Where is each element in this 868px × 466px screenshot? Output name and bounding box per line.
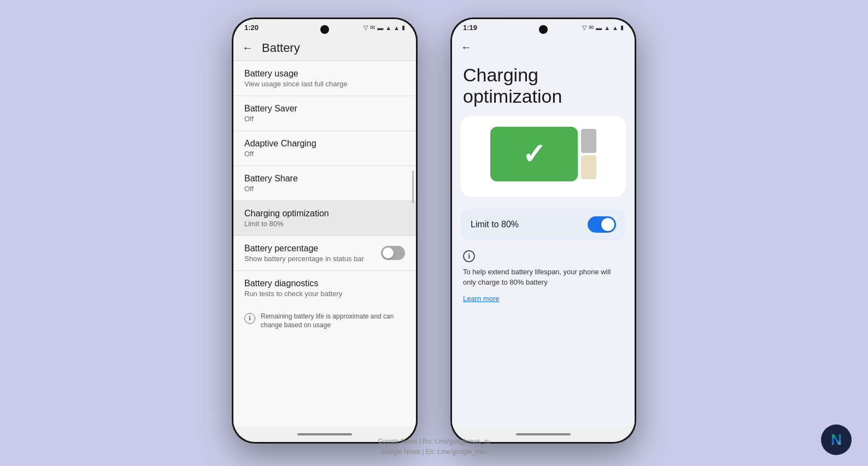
battery-checkmark-icon: ✓ (522, 138, 546, 170)
signal-bars-2: ▲ (612, 25, 618, 31)
battery-saver-subtitle: Off (244, 115, 297, 123)
battery-diag-text: Battery diagnostics Run tests to check y… (244, 279, 342, 298)
signal-icon: ▽ (363, 24, 368, 31)
status-icons-1: ▽ ✉ ▬ ▲ ▲ ▮ (363, 24, 405, 31)
phone1-info-section: ℹ Remaining battery life is approximate … (233, 305, 416, 337)
status-time-2: 1:19 (463, 23, 477, 32)
home-indicator-2 (516, 433, 571, 435)
phone-2: 1:19 ▽ ✉ ▬ ▲ ▲ ▮ ← Chargingoptimization (450, 17, 636, 444)
battery-icon-2: ▮ (620, 24, 624, 31)
phone1-footer-info: Remaining battery life is approximate an… (261, 312, 405, 331)
battery-pct-title: Battery percentage (244, 244, 364, 253)
mute-icon: ▬ (377, 25, 383, 31)
battery-share-text: Battery Share Off (244, 174, 298, 193)
battery-usage-subtitle: View usage since last full charge (244, 80, 347, 88)
battery-illustration: ✓ (472, 127, 615, 181)
battery-saver-text: Battery Saver Off (244, 104, 297, 123)
setting-adaptive-charging[interactable]: Adaptive Charging Off (233, 131, 416, 166)
setting-battery-percentage[interactable]: Battery percentage Show battery percenta… (233, 236, 416, 270)
wifi-icon: ▲ (385, 25, 391, 31)
setting-battery-usage[interactable]: Battery usage View usage since last full… (233, 61, 416, 96)
learn-more-link[interactable]: Learn more (463, 294, 499, 303)
battery-pct-text: Battery percentage Show battery percenta… (244, 244, 364, 263)
signal-bars-icon: ▲ (394, 25, 400, 31)
adaptive-charging-subtitle: Off (244, 150, 316, 158)
mute-icon-2: ▬ (596, 25, 602, 31)
battery-share-subtitle: Off (244, 185, 298, 193)
msg-icon: ✉ (370, 24, 375, 31)
battery-usage-text: Battery usage View usage since last full… (244, 69, 347, 88)
back-button-1[interactable]: ← (242, 42, 253, 54)
status-icons-2: ▽ ✉ ▬ ▲ ▲ ▮ (582, 24, 624, 31)
info-icon-2: ℹ (463, 250, 475, 262)
charging-opt-text: Charging optimization Limit to 80% (244, 209, 329, 228)
screen-content-2: ← Chargingoptimization ✓ (452, 37, 635, 427)
info-area: ℹ To help extend battery lifespan, your … (452, 246, 635, 427)
footer-line-1: Google News | Ru: t.me/googlenws_ru (378, 436, 490, 447)
battery-diag-subtitle: Run tests to check your battery (244, 290, 342, 298)
adaptive-charging-text: Adaptive Charging Off (244, 139, 316, 158)
battery-usage-title: Battery usage (244, 69, 347, 79)
setting-battery-saver[interactable]: Battery Saver Off (233, 96, 416, 131)
msg-icon-2: ✉ (589, 24, 594, 31)
battery-share-title: Battery Share (244, 174, 298, 184)
battery-seg-2 (581, 155, 596, 179)
battery-pct-subtitle: Show battery percentage in status bar (244, 255, 364, 263)
n-letter: N (831, 431, 842, 449)
limit-section: Limit to 80% (461, 209, 626, 240)
setting-charging-optimization[interactable]: Charging optimization Limit to 80% (233, 201, 416, 235)
back-button-2[interactable]: ← (461, 41, 472, 54)
battery-saver-title: Battery Saver (244, 104, 297, 114)
status-time-1: 1:20 (244, 23, 259, 32)
battery-icon: ▮ (402, 24, 405, 31)
phone1-top-bar: ← Battery (233, 37, 416, 61)
phone2-top-bar: ← (452, 37, 635, 59)
charging-opt-title: Charging optimization (244, 209, 329, 219)
home-indicator-1 (297, 433, 352, 435)
battery-seg-1 (581, 129, 596, 153)
scroll-indicator-1 (412, 170, 414, 203)
n-logo-badge: N (821, 424, 852, 455)
wifi-icon-2: ▲ (604, 25, 610, 31)
footer-line-2: Google News | En: t.me/google_nws (378, 447, 490, 457)
setting-battery-diagnostics[interactable]: Battery diagnostics Run tests to check y… (233, 271, 416, 305)
camera-hole-2 (539, 25, 548, 34)
charging-optimization-title: Chargingoptimization (452, 59, 635, 116)
phone-1: 1:20 ▽ ✉ ▬ ▲ ▲ ▮ ← Battery (232, 17, 418, 444)
charging-opt-subtitle: Limit to 80% (244, 220, 329, 228)
limit-toggle[interactable] (588, 216, 616, 233)
signal-icon-2: ▽ (582, 24, 587, 31)
setting-battery-share[interactable]: Battery Share Off (233, 166, 416, 200)
limit-label: Limit to 80% (471, 220, 519, 229)
info-description: To help extend battery lifespan, your ph… (463, 267, 624, 288)
settings-list: Battery usage View usage since last full… (233, 61, 416, 427)
page-title-1: Battery (262, 41, 300, 55)
battery-main-body: ✓ (490, 127, 578, 181)
battery-pct-toggle[interactable] (381, 246, 405, 260)
info-circle-icon-1: ℹ (244, 313, 255, 324)
battery-terminal (581, 129, 596, 179)
footer-text: Google News | Ru: t.me/googlenws_ru Goog… (378, 436, 490, 457)
info-letter: ℹ (468, 252, 471, 260)
adaptive-charging-title: Adaptive Charging (244, 139, 316, 149)
charging-card: ✓ (461, 116, 626, 197)
battery-diag-title: Battery diagnostics (244, 279, 342, 288)
camera-hole-1 (320, 25, 329, 34)
